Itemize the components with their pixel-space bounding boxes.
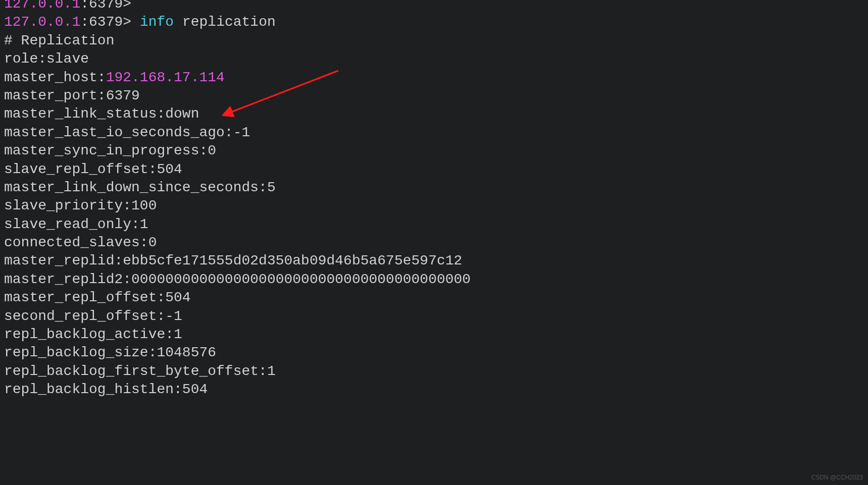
output-slave-priority: slave_priority:100	[4, 197, 864, 215]
output-role: role:slave	[4, 50, 864, 68]
prompt-port: 6379	[89, 14, 123, 30]
prompt-host-trunc: 127.0.0.1	[4, 0, 80, 12]
output-header: # Replication	[4, 32, 864, 50]
output-master-link-status: master_link_status:down	[4, 105, 864, 123]
output-master-replid2: master_replid2:0000000000000000000000000…	[4, 271, 864, 289]
output-connected-slaves: connected_slaves:0	[4, 234, 864, 252]
output-second-repl-offset: second_repl_offset:-1	[4, 307, 864, 326]
output-master-link-down: master_link_down_since_seconds:5	[4, 179, 864, 197]
output-master-sync: master_sync_in_progress:0	[4, 142, 864, 160]
command-arg: replication	[182, 14, 276, 30]
output-master-port: master_port:6379	[4, 87, 864, 105]
output-master-host: master_host:192.168.17.114	[4, 69, 864, 87]
output-repl-backlog-active: repl_backlog_active:1	[4, 326, 864, 344]
watermark-text: CSDN @CCH2023	[811, 474, 863, 482]
prompt-host: 127.0.0.1	[4, 14, 80, 30]
output-master-repl-offset: master_repl_offset:504	[4, 289, 864, 307]
prompt-gt: >	[123, 0, 131, 12]
output-slave-read-only: slave_read_only:1	[4, 215, 864, 234]
output-slave-repl-offset: slave_repl_offset:504	[4, 160, 864, 179]
output-repl-backlog-histlen: repl_backlog_histlen:504	[4, 381, 864, 399]
output-master-last-io: master_last_io_seconds_ago:-1	[4, 124, 864, 142]
output-master-replid: master_replid:ebb5cfe171555d02d350ab09d4…	[4, 252, 864, 270]
prompt-gt2: >	[123, 14, 131, 30]
master-host-label: master_host:	[4, 70, 106, 85]
master-host-value: 192.168.17.114	[106, 70, 225, 85]
prompt-line[interactable]: 127.0.0.1:6379> info replication	[4, 13, 864, 31]
output-repl-backlog-first: repl_backlog_first_byte_offset:1	[4, 362, 864, 381]
previous-prompt-truncated: 127.0.0.1:6379>	[4, 0, 864, 13]
command-name: info	[140, 14, 174, 30]
prompt-port-trunc: 6379	[89, 0, 123, 12]
output-repl-backlog-size: repl_backlog_size:1048576	[4, 344, 864, 362]
